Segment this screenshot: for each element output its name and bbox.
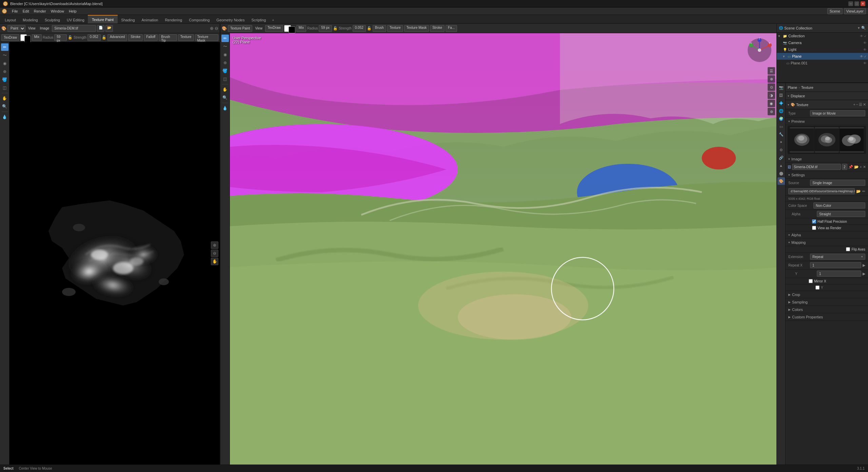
image-unlink-btn[interactable]: ✕ [863, 165, 866, 169]
radius-value-right[interactable]: 59 px [319, 25, 332, 32]
tool-draw-select-left[interactable]: TexDraw [1, 34, 19, 41]
prop-nav-constraints[interactable]: 🔗 [777, 154, 785, 161]
texture-plus-btn[interactable]: + [853, 102, 855, 107]
filepath-open-btn[interactable]: 📂 [856, 189, 861, 194]
preview-thumb-2[interactable] [815, 127, 839, 153]
strength-value-left[interactable]: 0.052 [87, 34, 101, 41]
flip-axes-checkbox[interactable] [846, 247, 850, 251]
prop-nav-material[interactable]: ⬤ [777, 170, 785, 177]
blend-mode-select[interactable]: Mix [32, 34, 42, 41]
vp-shading-solid[interactable]: ◑ [768, 92, 775, 99]
outliner-item-collection[interactable]: ▾ 📁 Collection 👁 ✓ [777, 33, 868, 39]
prop-nav-physics[interactable]: ⚙ [777, 146, 785, 154]
prop-nav-particles[interactable]: ✦ [777, 138, 785, 146]
radius-lock-left[interactable]: 🔓 [68, 35, 73, 40]
minimize-btn[interactable]: ─ [848, 1, 853, 6]
soften-tool-btn[interactable]: ◉ [1, 60, 8, 67]
alpha-select[interactable]: Straight [817, 211, 865, 217]
texture-mask-btn-right[interactable]: Texture Mask [404, 25, 429, 32]
stroke-btn-right[interactable]: Stroke [430, 25, 445, 32]
vp-zoom-btn[interactable]: 🔍 [221, 94, 229, 101]
image-pin-btn[interactable]: 📌 [848, 165, 853, 169]
view-as-render-checkbox[interactable] [812, 226, 816, 230]
strength-lock-left[interactable]: 🔓 [102, 35, 106, 40]
tab-geometry-nodes[interactable]: Geometry Nodes [213, 17, 248, 23]
viewport-3d-canvas[interactable]: User Perspective (22) Plane X Y [230, 33, 776, 465]
vp-clone-btn[interactable]: ⊕ [221, 59, 229, 66]
brush-tip-btn[interactable]: Brush Tip [159, 34, 177, 41]
view-zoom-btn[interactable]: 🔍 [1, 103, 8, 110]
image-filename-box[interactable]: Simeria-DEM.tif [52, 25, 96, 32]
color-swatch-right-black[interactable] [289, 26, 295, 33]
prop-nav-render[interactable]: 📷 [777, 84, 785, 91]
canvas-pan[interactable]: ✋ [211, 258, 218, 265]
texture-menu-btn[interactable]: ☰ [859, 102, 862, 107]
vp-eye-dropper-btn[interactable]: 💧 [221, 104, 229, 112]
tool-draw-right[interactable]: TexDraw [265, 25, 283, 32]
breadcrumb-texture[interactable]: Texture [801, 85, 813, 90]
advanced-btn-left[interactable]: Advanced [107, 34, 127, 41]
breadcrumb-plane[interactable]: Plane [788, 85, 797, 90]
preview-thumb-3[interactable] [840, 127, 864, 153]
mask-tool-btn[interactable]: ◫ [1, 84, 8, 92]
alpha-section-row[interactable]: ▾ Alpha [786, 231, 868, 239]
repeat-y-input[interactable]: 1 [817, 271, 861, 277]
custom-props-section-row[interactable]: ▶ Custom Properties [786, 313, 868, 321]
tab-compositing[interactable]: Compositing [185, 17, 213, 23]
menu-edit[interactable]: Edit [20, 8, 32, 14]
menu-file[interactable]: File [9, 8, 20, 14]
sampling-section-row[interactable]: ▶ Sampling [786, 298, 868, 306]
repeat-y-arrow[interactable]: ▶ [863, 272, 865, 276]
tab-layout[interactable]: Layout [1, 17, 19, 23]
outliner-item-camera[interactable]: 📷 Camera 👁 [777, 39, 868, 46]
vp-overlay-icon[interactable]: ⊕ [768, 75, 775, 83]
smear-tool-btn[interactable]: 〜 [1, 52, 8, 59]
close-btn[interactable]: ✕ [861, 1, 865, 6]
mirror-x-checkbox[interactable] [809, 279, 813, 283]
texture-minus-btn[interactable]: − [856, 102, 858, 107]
vp-draw-btn[interactable]: ✏ [221, 35, 229, 42]
collection-select-btn[interactable]: ✓ [864, 34, 867, 38]
canvas-zoom-in[interactable]: ⊕ [211, 241, 218, 249]
menu-window[interactable]: Window [48, 8, 66, 14]
zoom-out-btn[interactable]: ⊖ [215, 26, 218, 31]
plane-select-btn[interactable]: ✓ [864, 55, 867, 58]
image-browse-btn[interactable]: 📂 [854, 165, 859, 169]
image-name-input[interactable]: Simeria-DEM.tif [792, 164, 841, 170]
tab-uv-editing[interactable]: UV Editing [63, 17, 88, 23]
camera-hide-btn[interactable]: 👁 [863, 41, 867, 45]
filepath-edit-btn[interactable]: ✏ [862, 189, 865, 194]
canvas-zoom-out[interactable]: ⊖ [211, 250, 218, 257]
outliner-filter-btn[interactable]: ▾ [858, 26, 860, 30]
prop-nav-world[interactable]: 🌍 [777, 115, 785, 122]
vp-smear-btn[interactable]: 〜 [221, 43, 229, 50]
colors-section-row[interactable]: ▶ Colors [786, 306, 868, 313]
color-swatch-black[interactable] [24, 36, 31, 42]
strength-lock-right[interactable]: 🔓 [367, 26, 372, 31]
prop-nav-modifier[interactable]: 🔧 [777, 131, 785, 138]
displace-section[interactable]: ▾ Displace [786, 92, 868, 100]
crop-section-row[interactable]: ▶ Crop [786, 291, 868, 298]
radius-value-left[interactable]: 59 px [54, 34, 67, 41]
viewlayer-selector[interactable]: ViewLayer [844, 8, 866, 14]
image-new-btn[interactable]: 📄 [97, 25, 104, 32]
falloff-btn-right[interactable]: Fa... [446, 25, 457, 32]
view-pan-btn[interactable]: ✋ [1, 95, 8, 102]
tab-rendering[interactable]: Rendering [161, 17, 185, 23]
image-open-btn[interactable]: 📂 [105, 25, 113, 32]
preview-section-header[interactable]: ▾ Preview [786, 118, 868, 125]
fill-tool-btn[interactable]: 🪣 [1, 76, 8, 83]
prop-nav-view[interactable]: 💠 [777, 99, 785, 107]
outliner-search-btn[interactable]: 🔍 [861, 26, 866, 30]
texture-close-btn[interactable]: ✕ [863, 102, 866, 107]
colorspace-select[interactable]: Non-Color [813, 202, 865, 209]
tab-add[interactable]: + [269, 17, 277, 23]
extension-select[interactable]: Repeat ▾ [810, 254, 865, 260]
tab-animation[interactable]: Animation [138, 17, 162, 23]
mapping-section-row[interactable]: ▾ Mapping [786, 239, 868, 246]
tab-scripting[interactable]: Scripting [248, 17, 269, 23]
vp-pan-btn[interactable]: ✋ [221, 86, 229, 93]
tab-texture-paint[interactable]: Texture Paint [88, 15, 118, 23]
prop-nav-texture[interactable]: 🎨 [777, 177, 785, 185]
clone-tool-btn[interactable]: ⊕ [1, 68, 8, 75]
